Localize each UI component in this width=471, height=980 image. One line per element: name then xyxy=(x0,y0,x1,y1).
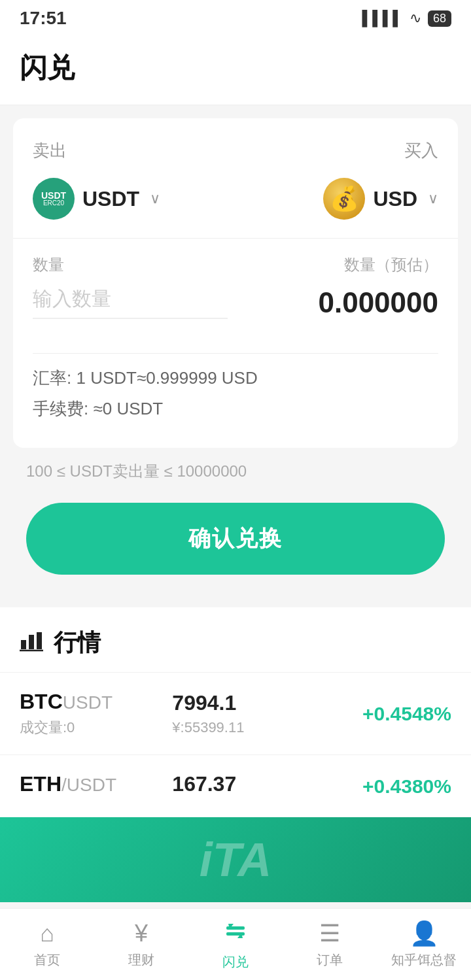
status-time: 17:51 xyxy=(20,8,67,29)
nav-label-finance: 理财 xyxy=(128,951,154,969)
market-icon xyxy=(20,628,43,658)
to-currency-selector[interactable]: 💰 USD ∨ xyxy=(323,178,438,220)
ita-text: iTA xyxy=(200,833,272,887)
home-icon: ⌂ xyxy=(40,920,54,947)
quantity-label: 数量 xyxy=(33,254,64,275)
nav-label-home: 首页 xyxy=(34,951,60,969)
exchange-card: 卖出 买入 USDT ERC20 USDT ∨ 💰 USD ∨ xyxy=(13,118,458,448)
nav-item-orders[interactable]: ☰ 订单 xyxy=(283,909,377,980)
btc-price-value: 7994.1 xyxy=(172,691,311,715)
from-currency-chevron: ∨ xyxy=(150,190,160,207)
svg-rect-0 xyxy=(21,640,26,649)
fee-text: 手续费: ≈0 USDT xyxy=(33,397,438,420)
nav-label-orders: 订单 xyxy=(317,951,343,969)
confirm-button[interactable]: 确认兑换 xyxy=(26,503,445,575)
limit-info: 100 ≤ USDT卖出量 ≤ 10000000 xyxy=(13,448,458,492)
signal-icon: ▌▌▌▌ xyxy=(362,10,403,27)
usdt-logo: USDT ERC20 xyxy=(33,178,75,220)
eth-price: 167.37 xyxy=(159,772,311,800)
bottom-nav: ⌂ 首页 ¥ 理财 闪兑 ☰ 订单 👤 知乎饵总督 xyxy=(0,908,471,980)
battery-icon: 68 xyxy=(428,10,451,27)
amount-labels: 数量 数量（预估） xyxy=(33,254,438,275)
nav-item-finance[interactable]: ¥ 理财 xyxy=(94,909,188,980)
status-bar: 17:51 ▌▌▌▌ ∿ 68 xyxy=(0,0,471,37)
page-title: 闪兑 xyxy=(20,50,451,86)
rate-info: 汇率: 1 USDT≈0.999999 USD 手续费: ≈0 USDT xyxy=(33,353,438,420)
eth-pair: ETH/USDT xyxy=(20,772,159,800)
page-header: 闪兑 xyxy=(0,37,471,105)
quantity-est-label: 数量（预估） xyxy=(344,254,438,275)
svg-rect-1 xyxy=(29,635,34,649)
profile-icon: 👤 xyxy=(410,920,439,947)
sell-label: 卖出 xyxy=(33,139,67,162)
usd-logo: 💰 xyxy=(323,178,365,220)
eth-change: +0.4380% xyxy=(312,775,451,798)
wifi-icon: ∿ xyxy=(410,10,421,27)
market-item-btc[interactable]: BTCUSDT 成交量:0 7994.1 ¥:55399.11 +0.4548% xyxy=(0,672,471,754)
eth-pair-name: ETH/USDT xyxy=(20,772,159,796)
btc-volume: 成交量:0 xyxy=(20,718,159,737)
input-wrapper: 输入数量 xyxy=(33,286,228,319)
from-currency-selector[interactable]: USDT ERC20 USDT ∨ xyxy=(33,178,160,220)
to-currency-chevron: ∨ xyxy=(428,190,438,207)
nav-item-profile[interactable]: 👤 知乎饵总督 xyxy=(377,909,471,980)
finance-icon: ¥ xyxy=(135,920,148,947)
market-header: 行情 xyxy=(0,607,471,672)
orders-icon: ☰ xyxy=(319,920,340,947)
nav-item-home[interactable]: ⌂ 首页 xyxy=(0,909,94,980)
output-value: 0.000000 xyxy=(318,286,438,319)
btc-price-cny: ¥:55399.11 xyxy=(172,719,311,736)
nav-label-exchange: 闪兑 xyxy=(222,953,249,971)
btc-price: 7994.1 ¥:55399.11 xyxy=(159,691,311,736)
market-title: 行情 xyxy=(54,627,101,659)
nav-label-profile: 知乎饵总督 xyxy=(391,951,457,969)
ita-watermark-area: iTA xyxy=(0,817,471,902)
btc-pair-name: BTCUSDT xyxy=(20,690,159,714)
currency-selectors: USDT ERC20 USDT ∨ 💰 USD ∨ xyxy=(33,178,438,220)
nav-item-exchange[interactable]: 闪兑 xyxy=(188,909,283,980)
market-item-eth[interactable]: ETH/USDT 167.37 +0.4380% xyxy=(0,754,471,817)
btc-change: +0.4548% xyxy=(312,703,451,725)
eth-price-value: 167.37 xyxy=(172,772,311,796)
amount-section: 数量 数量（预估） 输入数量 0.000000 xyxy=(33,239,438,335)
main-content: 卖出 买入 USDT ERC20 USDT ∨ 💰 USD ∨ xyxy=(0,105,471,607)
amount-inputs: 输入数量 0.000000 xyxy=(33,286,438,319)
buy-label: 买入 xyxy=(404,139,438,162)
to-currency-name: USD xyxy=(373,187,417,211)
svg-rect-2 xyxy=(37,632,42,649)
sell-buy-labels: 卖出 买入 xyxy=(33,139,438,162)
exchange-icon xyxy=(223,919,248,949)
from-currency-name: USDT xyxy=(82,187,139,211)
status-icons: ▌▌▌▌ ∿ 68 xyxy=(362,10,451,27)
input-placeholder: 输入数量 xyxy=(33,288,111,309)
rate-text: 汇率: 1 USDT≈0.999999 USD xyxy=(33,367,438,390)
market-section: 行情 BTCUSDT 成交量:0 7994.1 ¥:55399.11 +0.45… xyxy=(0,607,471,902)
btc-pair: BTCUSDT 成交量:0 xyxy=(20,690,159,737)
